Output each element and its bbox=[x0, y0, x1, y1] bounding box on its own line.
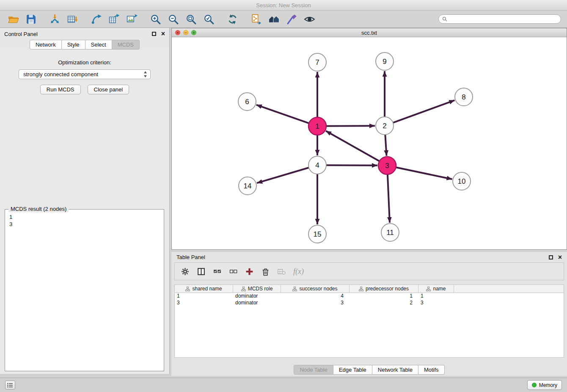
run-mcds-button[interactable]: Run MCDS bbox=[40, 85, 81, 94]
graph-node-7[interactable]: 7 bbox=[308, 53, 326, 71]
column-header-mcds-role[interactable]: MCDS role bbox=[233, 285, 281, 293]
zoom-out-button[interactable] bbox=[166, 12, 180, 26]
list-icon bbox=[7, 383, 13, 388]
search-field[interactable] bbox=[438, 14, 561, 24]
graph-node-label: 2 bbox=[383, 122, 386, 130]
save-session-button[interactable] bbox=[24, 12, 38, 26]
tab-select[interactable]: Select bbox=[85, 40, 112, 50]
search-input[interactable] bbox=[449, 16, 557, 22]
criterion-dropdown[interactable]: strongly connected component bbox=[19, 69, 151, 79]
select-all-icon bbox=[213, 267, 222, 276]
tab-node-table[interactable]: Node Table bbox=[294, 365, 333, 375]
trash-icon bbox=[261, 267, 270, 276]
graph-node-11[interactable]: 11 bbox=[381, 224, 399, 241]
column-header-predecessor-nodes[interactable]: predecessor nodes bbox=[350, 285, 418, 293]
import-network-icon bbox=[49, 14, 61, 25]
select-all-button[interactable] bbox=[213, 267, 222, 276]
add-row-button[interactable] bbox=[245, 267, 254, 276]
tab-edge-table[interactable]: Edge Table bbox=[333, 365, 372, 375]
window-minimize-button[interactable]: − bbox=[183, 30, 188, 35]
graph-node-8[interactable]: 8 bbox=[455, 88, 473, 106]
graph-edge-1-6[interactable] bbox=[256, 105, 309, 123]
graph-edge-3-10[interactable] bbox=[396, 167, 452, 179]
import-table-button[interactable] bbox=[65, 12, 80, 26]
graph-node-label: 8 bbox=[462, 93, 465, 101]
tab-network-table[interactable]: Network Table bbox=[372, 365, 418, 375]
graph-edge-3-11[interactable] bbox=[388, 174, 390, 223]
column-icon bbox=[197, 267, 206, 276]
graph-node-14[interactable]: 14 bbox=[239, 177, 256, 195]
export-image-button[interactable] bbox=[124, 12, 139, 26]
column-header-shared-name[interactable]: shared name bbox=[175, 285, 233, 293]
graph-node-9[interactable]: 9 bbox=[376, 52, 394, 70]
graph-node-1[interactable]: 1 bbox=[308, 117, 326, 135]
graph-edge-3-1[interactable] bbox=[326, 131, 380, 161]
graph-edge-4-14[interactable] bbox=[257, 168, 309, 183]
table-row[interactable]: 3dominator323 bbox=[175, 300, 564, 306]
delete-column-button bbox=[277, 267, 286, 276]
column-header-successor-nodes[interactable]: successor nodes bbox=[281, 285, 350, 293]
table-cell: 1 bbox=[350, 293, 418, 300]
column-header-label: MCDS role bbox=[248, 286, 273, 292]
close-panel-button[interactable]: Close panel bbox=[88, 85, 129, 94]
table-panel: Table Panel × bbox=[171, 252, 567, 376]
graph-edge-4-3[interactable] bbox=[326, 165, 377, 166]
graph-node-label: 7 bbox=[315, 58, 319, 66]
float-table-panel-icon[interactable] bbox=[549, 255, 553, 259]
graph-edge-1-2[interactable] bbox=[326, 126, 375, 126]
graph-node-2[interactable]: 2 bbox=[376, 117, 394, 135]
table-row[interactable]: 1dominator411 bbox=[175, 293, 564, 300]
mcds-result-line: 1 bbox=[9, 213, 160, 221]
deselect-all-button[interactable] bbox=[229, 267, 238, 276]
zoom-in-button[interactable] bbox=[148, 12, 162, 26]
duplicate-network-icon bbox=[250, 14, 262, 25]
memory-button[interactable]: Memory bbox=[527, 380, 562, 390]
tab-network[interactable]: Network bbox=[30, 40, 62, 50]
window-maximize-button[interactable]: + bbox=[191, 30, 196, 35]
graph-node-6[interactable]: 6 bbox=[238, 93, 256, 110]
graph-edge-2-3[interactable] bbox=[385, 135, 386, 156]
export-table-button[interactable] bbox=[107, 12, 121, 26]
refresh-button[interactable] bbox=[225, 12, 239, 26]
zoom-fit-button[interactable] bbox=[184, 12, 198, 26]
column-type-icon bbox=[359, 287, 363, 291]
plus-icon bbox=[245, 267, 254, 276]
close-table-panel-icon[interactable]: × bbox=[558, 255, 562, 259]
show-graphics-button[interactable] bbox=[302, 12, 317, 26]
close-panel-icon[interactable]: × bbox=[161, 32, 165, 36]
column-visibility-button[interactable] bbox=[197, 267, 206, 276]
graph-node-4[interactable]: 4 bbox=[308, 156, 326, 174]
node-table: shared nameMCDS rolesuccessor nodesprede… bbox=[174, 284, 564, 358]
filter-button[interactable] bbox=[284, 12, 299, 26]
open-file-button[interactable] bbox=[6, 12, 20, 26]
network-canvas[interactable]: 7968124314101511 bbox=[172, 37, 567, 249]
first-neighbors-button[interactable] bbox=[267, 12, 281, 26]
delete-row-button[interactable] bbox=[261, 267, 270, 276]
table-panel-tabs: Node TableEdge TableNetwork TableMotifs bbox=[171, 365, 567, 375]
table-settings-button[interactable] bbox=[181, 267, 190, 276]
task-history-button[interactable] bbox=[5, 381, 15, 389]
table-cell: 3 bbox=[175, 300, 233, 306]
network-window-titlebar[interactable]: scc.txt × − + bbox=[172, 28, 567, 37]
graph-edge-2-8[interactable] bbox=[393, 100, 455, 123]
graph-node-label: 9 bbox=[383, 58, 386, 66]
refresh-icon bbox=[227, 14, 238, 25]
zoom-in-icon bbox=[150, 14, 161, 25]
window-close-button[interactable]: × bbox=[175, 30, 180, 35]
table-cell: 1 bbox=[418, 293, 454, 300]
duplicate-network-button[interactable] bbox=[249, 12, 263, 26]
float-panel-icon[interactable] bbox=[152, 32, 156, 36]
graph-node-10[interactable]: 10 bbox=[453, 172, 471, 190]
tab-mcds[interactable]: MCDS bbox=[112, 40, 140, 50]
column-header-name[interactable]: name bbox=[418, 285, 454, 293]
deselect-all-icon bbox=[229, 267, 238, 276]
graph-node-15[interactable]: 15 bbox=[308, 225, 326, 243]
export-network-button[interactable] bbox=[89, 12, 103, 26]
zoom-selected-button[interactable] bbox=[201, 12, 216, 26]
tab-style[interactable]: Style bbox=[62, 40, 85, 50]
graph-node-3[interactable]: 3 bbox=[378, 157, 396, 174]
optimization-criterion-label: Optimization criterion: bbox=[0, 59, 169, 66]
import-network-button[interactable] bbox=[47, 12, 62, 26]
open-folder-icon bbox=[8, 14, 19, 25]
tab-motifs[interactable]: Motifs bbox=[418, 365, 445, 375]
